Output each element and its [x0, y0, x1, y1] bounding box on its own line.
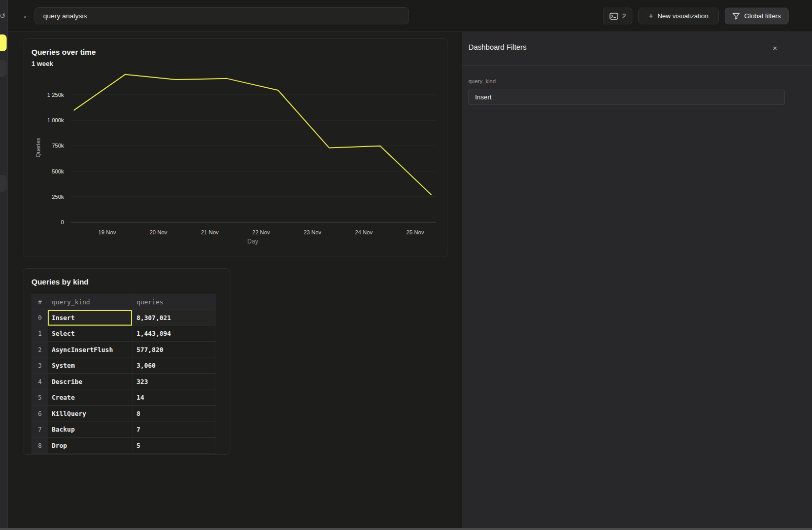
queries-value-cell[interactable]: 8,307,021 [132, 310, 216, 326]
filters-panel-title: Dashboard Filters [468, 43, 526, 51]
table-row: 8Drop5 [32, 437, 216, 453]
dashboard-title-input[interactable] [35, 7, 409, 24]
svg-text:24 Nov: 24 Nov [355, 229, 373, 235]
svg-text:1 250k: 1 250k [47, 92, 64, 98]
sidebar: ↺ [0, 0, 8, 530]
svg-text:20 Nov: 20 Nov [150, 229, 167, 235]
table-row: 6KillQuery8 [32, 405, 216, 421]
query-kind-cell[interactable]: Select [48, 326, 132, 342]
global-filters-label: Global filters [744, 12, 781, 20]
sidebar-item[interactable] [0, 60, 7, 77]
svg-text:Queries: Queries [35, 137, 41, 157]
queries-value-cell[interactable]: 323 [132, 374, 216, 390]
query-kind-cell[interactable]: KillQuery [48, 406, 132, 421]
new-visualization-button[interactable]: + New visualization [638, 8, 719, 24]
queries-table: # query_kind queries 0Insert8,307,0211Se… [31, 294, 216, 454]
svg-text:25 Nov: 25 Nov [407, 229, 424, 235]
funnel-icon [732, 13, 740, 20]
queries-value-cell[interactable]: 1,443,894 [132, 326, 216, 342]
table-row: 5Create14 [32, 390, 216, 406]
sidebar-item-active[interactable] [0, 34, 7, 51]
queries-value-cell[interactable]: 577,820 [132, 342, 216, 358]
queries-value-cell[interactable]: 5 [132, 438, 216, 453]
header-query-kind: query_kind [48, 294, 132, 309]
query-kind-cell[interactable]: Backup [48, 422, 132, 438]
queries-line-chart: 0250k500k750k1 000k1 250k19 Nov20 Nov21 … [23, 39, 448, 257]
dashboard-filters-panel: Dashboard Filters × query_kind [462, 32, 812, 530]
queries-by-kind-card: Queries by kind # query_kind queries 0In… [23, 268, 230, 455]
query-kind-cell[interactable]: Drop [48, 438, 132, 453]
new-visualization-label: New visualization [657, 12, 708, 20]
terminal-icon [610, 13, 618, 20]
svg-text:750k: 750k [52, 143, 64, 149]
row-index-cell: 4 [32, 374, 48, 390]
query-kind-cell[interactable]: AsyncInsertFlush [48, 342, 132, 358]
queries-value-cell[interactable]: 14 [132, 390, 216, 406]
row-index-cell: 3 [32, 358, 48, 374]
filter-field-label: query_kind [468, 78, 496, 84]
table-row: 4Describe323 [32, 373, 216, 390]
panel-divider [462, 65, 812, 66]
query-kind-cell[interactable]: Insert [48, 310, 132, 326]
row-index-cell: 1 [32, 326, 48, 342]
history-icon[interactable]: ↺ [0, 12, 6, 20]
svg-text:250k: 250k [52, 194, 64, 200]
query-kind-cell[interactable]: Describe [48, 374, 132, 390]
window-bottom-edge [0, 528, 812, 530]
table-row: 2AsyncInsertFlush577,820 [32, 341, 216, 358]
svg-text:19 Nov: 19 Nov [98, 229, 116, 235]
query-kind-cell[interactable]: Create [48, 390, 132, 406]
svg-text:500k: 500k [52, 168, 64, 174]
row-index-cell: 8 [32, 438, 48, 453]
close-icon[interactable]: × [769, 42, 781, 53]
query-kind-cell[interactable]: System [48, 358, 132, 374]
back-button[interactable]: ← [19, 8, 35, 24]
svg-text:0: 0 [61, 219, 64, 225]
svg-text:Day: Day [247, 238, 258, 245]
svg-text:22 Nov: 22 Nov [252, 229, 270, 235]
table-row: 7Backup7 [32, 421, 216, 438]
svg-text:1 000k: 1 000k [47, 117, 64, 123]
queries-value-cell[interactable]: 7 [132, 422, 216, 438]
header-queries: queries [132, 294, 216, 309]
row-index-cell: 2 [32, 342, 48, 358]
queries-value-cell[interactable]: 8 [132, 406, 216, 421]
query-count-value: 2 [622, 12, 626, 20]
queries-over-time-card: Queries over time 1 week 0250k500k750k1 … [23, 38, 448, 257]
table-header-row: # query_kind queries [32, 294, 216, 309]
sidebar-item[interactable] [0, 175, 7, 192]
table-row: 3System3,060 [32, 358, 216, 374]
query-kind-filter-input[interactable] [468, 89, 785, 105]
table-row: 1Select1,443,894 [32, 326, 216, 342]
queries-value-cell[interactable]: 3,060 [132, 358, 216, 374]
row-index-cell: 6 [32, 406, 48, 421]
query-count-button[interactable]: 2 [603, 8, 632, 24]
row-index-cell: 7 [32, 422, 48, 438]
queries-table-body: 0Insert8,307,0211Select1,443,8942AsyncIn… [32, 309, 216, 453]
row-index-cell: 0 [32, 310, 48, 326]
global-filters-button[interactable]: Global filters [725, 8, 789, 24]
table-title: Queries by kind [31, 277, 89, 286]
table-row: 0Insert8,307,021 [32, 309, 216, 326]
back-arrow-icon: ← [22, 10, 32, 21]
svg-text:23 Nov: 23 Nov [303, 229, 321, 235]
row-index-cell: 5 [32, 390, 48, 406]
app-window: ↺ ← 2 + New visualization [0, 0, 812, 530]
header-index: # [32, 294, 48, 309]
top-bar: ← 2 + New visualization Global fi [8, 0, 812, 32]
svg-text:21 Nov: 21 Nov [201, 229, 219, 235]
plus-icon: + [649, 12, 653, 20]
